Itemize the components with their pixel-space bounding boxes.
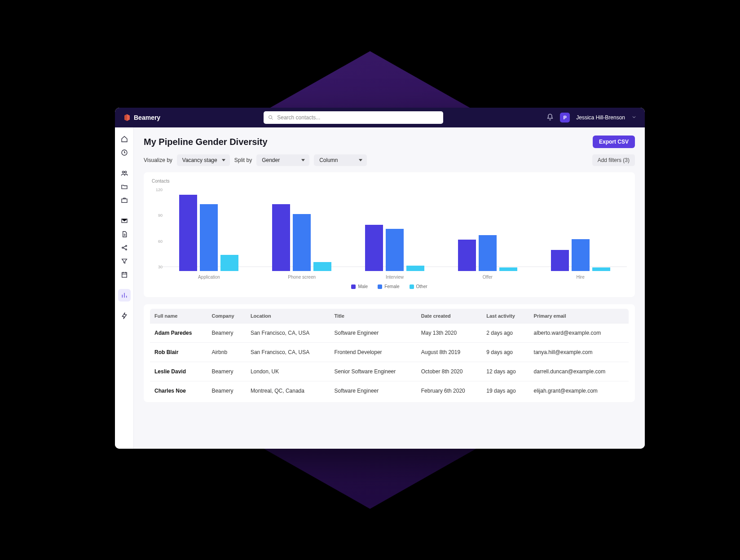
- table-row[interactable]: Leslie DavidBeameryLondon, UKSenior Soft…: [150, 362, 629, 381]
- visualize-by-label: Visualize by: [144, 157, 172, 163]
- brand-logo-icon: [123, 114, 131, 122]
- table-cell: alberto.ward@example.com: [529, 324, 629, 343]
- brand-name: Beamery: [134, 114, 160, 121]
- y-tick-label: 120: [152, 188, 163, 192]
- table-cell: Leslie David: [150, 362, 207, 381]
- nav-home-icon[interactable]: [118, 133, 131, 145]
- user-name[interactable]: Jessica Hill-Brenson: [576, 114, 625, 121]
- table-column-header[interactable]: Title: [330, 309, 417, 324]
- search-input[interactable]: Search contacts...: [264, 111, 443, 124]
- y-tick-label: 60: [152, 239, 163, 244]
- brand-logo[interactable]: Beamery: [123, 114, 160, 122]
- search-icon: [268, 115, 273, 120]
- nav-briefcase-icon[interactable]: [118, 194, 131, 206]
- legend-swatch-icon: [410, 284, 414, 289]
- topbar: Beamery Search contacts... P Jessica Hil…: [115, 108, 645, 127]
- chart-group-bars: [458, 189, 517, 271]
- nav-share-icon[interactable]: [118, 241, 131, 254]
- notifications-icon[interactable]: [546, 114, 554, 122]
- legend-label: Female: [384, 284, 399, 289]
- split-by-dropdown[interactable]: Gender: [256, 154, 309, 166]
- table-column-header[interactable]: Last activity: [482, 309, 529, 324]
- toolbar: Visualize by Vacancy stage Split by Gend…: [144, 154, 635, 166]
- chart-category-label: Application: [198, 275, 220, 280]
- topbar-right: P Jessica Hill-Brenson: [546, 113, 637, 122]
- chart-bar[interactable]: [386, 229, 404, 271]
- chart-category-label: Offer: [483, 275, 493, 280]
- avatar[interactable]: P: [560, 113, 570, 122]
- chart-bar[interactable]: [479, 235, 497, 271]
- y-axis-ticks: 120906030: [152, 185, 163, 267]
- chart-bar[interactable]: [551, 250, 569, 271]
- legend-swatch-icon: [378, 284, 382, 289]
- chart-bar[interactable]: [179, 195, 197, 271]
- nav-people-icon[interactable]: [118, 167, 131, 179]
- chart-bar[interactable]: [293, 214, 311, 271]
- table-cell: San Francisco, CA, USA: [246, 324, 330, 343]
- chart-category-label: Phone screen: [288, 275, 316, 280]
- chart-layout-dropdown[interactable]: Column: [314, 154, 367, 166]
- chart-bar[interactable]: [365, 225, 383, 271]
- chart-card: Contacts 120906030 ApplicationPhone scre…: [144, 172, 635, 297]
- svg-point-0: [269, 116, 272, 119]
- nav-recent-icon[interactable]: [118, 146, 131, 159]
- legend-item[interactable]: Other: [410, 284, 427, 289]
- chart-category-label: Hire: [576, 275, 584, 280]
- nav-filter-icon[interactable]: [118, 255, 131, 267]
- nav-folder-icon[interactable]: [118, 180, 131, 193]
- y-tick-label: 90: [152, 213, 163, 218]
- table-cell: Software Engineer: [330, 324, 417, 343]
- chart-bar[interactable]: [313, 262, 331, 271]
- chart-group-bars: [551, 189, 610, 271]
- export-csv-button[interactable]: Export CSV: [593, 136, 635, 148]
- table-row[interactable]: Adam ParedesBeamerySan Francisco, CA, US…: [150, 324, 629, 343]
- legend-item[interactable]: Female: [378, 284, 399, 289]
- table-cell: tanya.hill@example.com: [529, 343, 629, 362]
- table-column-header[interactable]: Full name: [150, 309, 207, 324]
- table-cell: 9 days ago: [482, 343, 529, 362]
- table-row[interactable]: Charles NoeBeameryMontreal, QC, CanadaSo…: [150, 381, 629, 401]
- table-cell: May 13th 2020: [417, 324, 482, 343]
- nav-analytics-icon[interactable]: [118, 289, 131, 302]
- visualize-by-dropdown[interactable]: Vacancy stage: [177, 154, 230, 166]
- table-cell: Charles Noe: [150, 381, 207, 401]
- chart-bar[interactable]: [458, 240, 476, 271]
- table-cell: August 8th 2019: [417, 343, 482, 362]
- nav-calendar-icon[interactable]: [118, 268, 131, 281]
- table-column-header[interactable]: Company: [207, 309, 246, 324]
- nav-automation-icon[interactable]: [118, 310, 131, 322]
- table-column-header[interactable]: Location: [246, 309, 330, 324]
- y-tick-label: 30: [152, 265, 163, 269]
- chart-group: Application: [163, 189, 255, 280]
- chart-bar[interactable]: [272, 204, 290, 271]
- table-row[interactable]: Rob BlairAirbnbSan Francisco, CA, USAFro…: [150, 343, 629, 362]
- svg-line-1: [272, 118, 273, 120]
- chart-bar[interactable]: [572, 239, 590, 271]
- nav-document-icon[interactable]: [118, 228, 131, 241]
- svg-point-8: [125, 245, 127, 247]
- svg-point-4: [124, 171, 126, 173]
- table-cell: Frontend Developer: [330, 343, 417, 362]
- chart-y-axis-title: Contacts: [152, 179, 627, 184]
- table-cell: Senior Software Engineer: [330, 362, 417, 381]
- chart-bar[interactable]: [406, 266, 424, 271]
- user-menu-chevron-icon[interactable]: [631, 114, 637, 121]
- svg-rect-5: [122, 199, 127, 202]
- split-by-label: Split by: [234, 157, 252, 163]
- legend-item[interactable]: Male: [351, 284, 368, 289]
- table-cell: Montreal, QC, Canada: [246, 381, 330, 401]
- table-column-header[interactable]: Primary email: [529, 309, 629, 324]
- table-cell: 12 days ago: [482, 362, 529, 381]
- table-column-header[interactable]: Date created: [417, 309, 482, 324]
- chart-bar[interactable]: [499, 267, 517, 271]
- table-cell: Software Engineer: [330, 381, 417, 401]
- svg-point-7: [122, 247, 123, 249]
- add-filters-button[interactable]: Add filters (3): [592, 154, 635, 166]
- chart-bar[interactable]: [592, 267, 610, 271]
- nav-mail-icon[interactable]: [118, 214, 131, 227]
- chart-bar[interactable]: [220, 255, 238, 271]
- table-cell: elijah.grant@example.com: [529, 381, 629, 401]
- svg-point-3: [122, 171, 124, 173]
- chart-bar[interactable]: [200, 204, 218, 271]
- table-cell: Beamery: [207, 381, 246, 401]
